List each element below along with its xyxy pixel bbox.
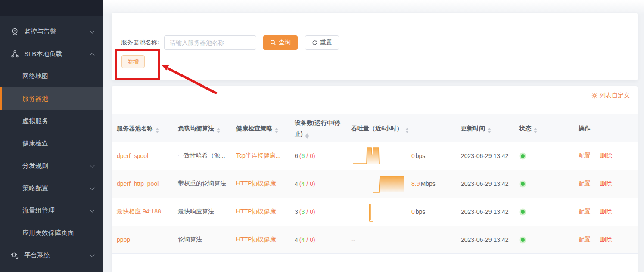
- sidebar: 监控与告警 SLB本地负载 网络地图 服务器池 虚拟服务 健康检查 分发规则: [0, 0, 103, 272]
- configure-link[interactable]: 配置: [579, 180, 591, 188]
- chevron-down-icon: [90, 163, 94, 167]
- sort-icon[interactable]: [488, 128, 491, 133]
- sidebar-item-platform-system[interactable]: 平台系统: [0, 244, 103, 266]
- health-policy-link[interactable]: Tcp半连接健康...: [236, 152, 280, 160]
- header-actions: 操作: [572, 123, 638, 134]
- add-button[interactable]: 新增: [121, 55, 145, 68]
- sidebar-item-virtual-service[interactable]: 虚拟服务: [0, 110, 103, 132]
- header-status[interactable]: 状态: [514, 123, 572, 134]
- algorithm-text: 最快响应算法: [178, 208, 214, 216]
- query-button[interactable]: 查询: [263, 35, 298, 50]
- table-row: dperf_http_pool 带权重的轮询算法 HTTP协议健康... 4(4…: [112, 170, 638, 198]
- sort-icon[interactable]: [275, 128, 278, 133]
- algorithm-text: 轮询算法: [178, 236, 202, 244]
- header-throughput[interactable]: 吞吐量（近6小时）: [346, 123, 456, 134]
- main-content: 服务器池名称: 查询 重置 新增: [103, 0, 644, 272]
- status-dot: [521, 238, 525, 242]
- pool-name-label: 服务器池名称:: [121, 39, 159, 46]
- sort-icon[interactable]: [217, 128, 220, 133]
- sidebar-item-label: 服务器池: [22, 95, 48, 103]
- throughput-value: 8.9Mbps: [411, 180, 436, 187]
- updated-time: 2023-06-29 13:42: [461, 236, 509, 243]
- reset-button[interactable]: 重置: [305, 35, 339, 50]
- sidebar-header: [0, 0, 103, 16]
- header-updated-time[interactable]: 更新时间: [456, 123, 514, 134]
- sidebar-item-server-pool[interactable]: 服务器池: [0, 87, 103, 110]
- sort-icon[interactable]: [534, 128, 537, 133]
- sidebar-item-label: 虚拟服务: [22, 117, 48, 125]
- device-count: 3(3/0): [289, 208, 346, 215]
- pool-name-link[interactable]: 最快相应 94:188...: [117, 208, 166, 216]
- sort-icon[interactable]: [156, 128, 159, 133]
- header-health-policy[interactable]: 健康检查策略: [231, 123, 289, 134]
- list-customize-link[interactable]: 列表自定义: [591, 92, 630, 99]
- configure-link[interactable]: 配置: [579, 152, 591, 160]
- chevron-down-icon: [90, 207, 94, 212]
- updated-time: 2023-06-29 13:42: [461, 180, 509, 187]
- health-policy-link[interactable]: HTTP协议健康...: [236, 236, 281, 244]
- sidebar-item-label: 网络地图: [22, 72, 48, 80]
- delete-link[interactable]: 删除: [600, 152, 612, 160]
- status-dot: [521, 154, 525, 158]
- sidebar-item-label: 流量组管理: [22, 207, 55, 215]
- throughput-empty: --: [351, 236, 355, 243]
- throughput-value: 0bps: [411, 208, 425, 215]
- pool-name-link[interactable]: pppp: [117, 236, 130, 243]
- throughput-sparkline: [351, 145, 411, 167]
- delete-link[interactable]: 删除: [600, 208, 612, 216]
- sidebar-item-failover-page[interactable]: 应用失效保障页面: [0, 222, 103, 244]
- throughput-sparkline: [351, 173, 411, 195]
- sort-icon[interactable]: [405, 128, 409, 133]
- sidebar-item-health-check[interactable]: 健康检查: [0, 132, 103, 155]
- sidebar-menu: 监控与告警 SLB本地负载 网络地图 服务器池 虚拟服务 健康检查 分发规则: [0, 16, 103, 266]
- header-device-count[interactable]: 设备数(运行中/停止): [289, 117, 346, 139]
- sidebar-item-label: 平台系统: [24, 251, 50, 260]
- pool-name-link[interactable]: dperf_http_pool: [117, 180, 159, 187]
- sidebar-item-label: 分发规则: [22, 162, 48, 170]
- sidebar-item-network-map[interactable]: 网络地图: [0, 65, 103, 87]
- sidebar-item-label: 应用失效保障页面: [22, 229, 74, 237]
- sidebar-item-label: 健康检查: [22, 139, 48, 148]
- updated-time: 2023-06-29 13:42: [461, 208, 509, 215]
- sidebar-item-distribution-rules[interactable]: 分发规则: [0, 155, 103, 177]
- throughput-value: 0bps: [411, 152, 425, 159]
- configure-link[interactable]: 配置: [579, 236, 591, 244]
- chevron-down-icon: [90, 185, 94, 190]
- throughput-sparkline: [351, 201, 411, 223]
- header-algorithm[interactable]: 负载均衡算法: [173, 123, 231, 134]
- configure-link[interactable]: 配置: [579, 208, 591, 216]
- sidebar-item-slb-local-load[interactable]: SLB本地负载: [0, 43, 103, 65]
- table-header-row: 服务器池名称 负载均衡算法 健康检查策略 设备数(运行中/停止) 吞吐量（近6小…: [112, 114, 638, 142]
- sidebar-item-traffic-group[interactable]: 流量组管理: [0, 199, 103, 222]
- refresh-icon: [312, 40, 317, 46]
- delete-link[interactable]: 删除: [600, 236, 612, 244]
- sidebar-item-monitoring-alerts[interactable]: 监控与告警: [0, 20, 103, 43]
- pool-name-link[interactable]: dperf_spool: [117, 152, 148, 159]
- share-nodes-icon: [10, 49, 19, 58]
- sidebar-item-label: 策略配置: [22, 184, 48, 192]
- updated-time: 2023-06-29 13:42: [461, 152, 509, 159]
- table-row: 最快相应 94:188... 最快响应算法 HTTP协议健康... 3(3/0)…: [112, 198, 638, 226]
- sidebar-item-label: 监控与告警: [24, 28, 56, 36]
- sidebar-item-policy-config[interactable]: 策略配置: [0, 177, 103, 199]
- pool-name-input[interactable]: [164, 35, 256, 50]
- chevron-down-icon: [90, 28, 94, 33]
- sidebar-item-label: SLB本地负载: [24, 50, 62, 58]
- search-card: 服务器池名称: 查询 重置 新增: [112, 13, 638, 80]
- device-count: 4(4/0): [289, 180, 346, 187]
- server-pool-table: 服务器池名称 负载均衡算法 健康检查策略 设备数(运行中/停止) 吞吐量（近6小…: [112, 114, 638, 254]
- status-dot: [521, 210, 525, 214]
- device-count: 4(4/0): [289, 236, 346, 243]
- gear-icon: [591, 93, 597, 99]
- delete-link[interactable]: 删除: [600, 180, 612, 188]
- algorithm-text: 带权重的轮询算法: [178, 180, 226, 188]
- header-pool-name[interactable]: 服务器池名称: [112, 123, 173, 134]
- chevron-down-icon: [90, 252, 94, 257]
- search-icon: [270, 40, 276, 46]
- status-dot: [521, 182, 525, 186]
- chevron-up-icon: [90, 53, 94, 57]
- sort-icon[interactable]: [305, 133, 309, 139]
- monitor-icon: [10, 27, 19, 36]
- health-policy-link[interactable]: HTTP协议健康...: [236, 208, 281, 216]
- health-policy-link[interactable]: HTTP协议健康...: [236, 180, 281, 188]
